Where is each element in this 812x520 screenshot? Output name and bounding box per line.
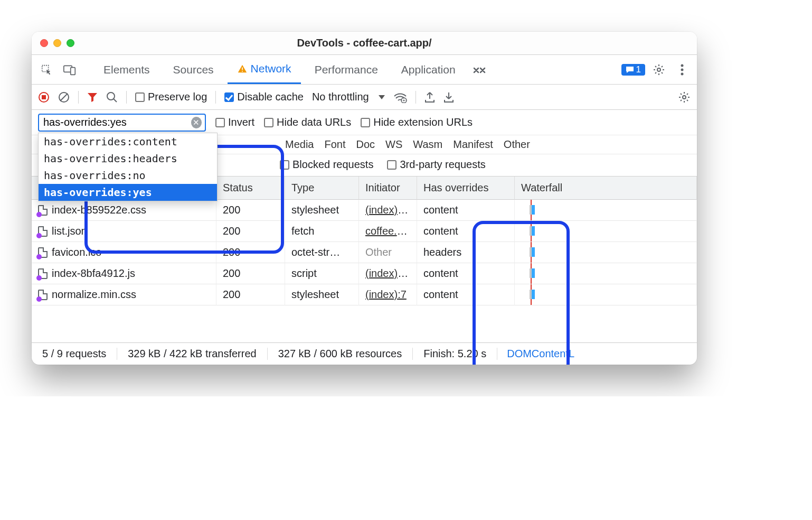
autocomplete-option[interactable]: has-overrides:content — [39, 133, 217, 150]
initiator-cell: (index):20 — [359, 200, 417, 221]
initiator-link[interactable]: (index):7 — [365, 289, 407, 300]
issues-badge[interactable]: 1 — [621, 64, 645, 76]
col-initiator[interactable]: Initiator — [359, 177, 417, 200]
autocomplete-option[interactable]: has-overrides:no — [39, 167, 217, 184]
network-conditions-icon[interactable] — [393, 91, 407, 103]
type-cell: stylesheet — [285, 284, 359, 305]
settings-icon[interactable] — [649, 60, 668, 79]
third-party-label: 3rd-party requests — [400, 159, 485, 171]
type-filter[interactable]: Wasm — [413, 138, 442, 151]
chevron-down-icon — [379, 95, 385, 99]
waterfall-cell — [515, 200, 697, 221]
tab-network[interactable]: Network — [228, 55, 301, 84]
preserve-log-label: Preserve log — [148, 91, 207, 103]
warning-icon — [237, 64, 248, 73]
initiator-cell: (index):7 — [359, 284, 417, 305]
throttling-select[interactable]: No throttling — [312, 91, 385, 103]
tab-sources[interactable]: Sources — [164, 55, 223, 84]
type-filter[interactable]: Font — [324, 138, 345, 151]
initiator-link[interactable]: (index):20 — [365, 204, 412, 216]
svg-rect-10 — [42, 95, 46, 99]
minimize-window-button[interactable] — [53, 39, 61, 47]
more-tabs-icon[interactable] — [469, 60, 488, 79]
filter-input[interactable] — [43, 116, 191, 128]
has-overrides-cell: content — [417, 221, 515, 242]
disable-cache-checkbox[interactable]: Disable cache — [224, 91, 304, 103]
col-type[interactable]: Type — [285, 177, 359, 200]
filter-icon[interactable] — [87, 92, 98, 103]
status-cell: 200 — [216, 284, 285, 305]
network-settings-icon[interactable] — [678, 91, 691, 104]
issues-count: 1 — [636, 64, 641, 75]
file-override-icon — [38, 247, 48, 258]
status-cell: 200 — [216, 263, 285, 284]
svg-point-16 — [403, 99, 404, 101]
status-bar: 5 / 9 requests 329 kB / 422 kB transferr… — [32, 342, 697, 365]
initiator-link: Other — [365, 246, 392, 258]
network-toolbar: Preserve log Disable cache No throttling — [32, 85, 697, 110]
request-name-cell[interactable]: index-8bfa4912.js — [32, 263, 216, 284]
autocomplete-option[interactable]: has-overrides:headers — [39, 150, 217, 167]
request-name: index-b859522e.css — [52, 204, 146, 216]
filter-row: ✕ has-overrides:content has-overrides:he… — [32, 110, 697, 135]
status-domcontentloaded: DOMContentL — [497, 348, 574, 360]
request-name: list.json — [52, 225, 87, 237]
col-has-overrides[interactable]: Has overrides — [417, 177, 515, 200]
clear-button[interactable] — [58, 91, 70, 103]
chat-icon — [626, 66, 634, 73]
request-name-cell[interactable]: list.json — [32, 221, 216, 242]
svg-line-12 — [60, 94, 68, 101]
tab-performance[interactable]: Performance — [305, 55, 388, 84]
type-filter[interactable]: Doc — [356, 138, 375, 151]
svg-rect-3 — [242, 68, 243, 70]
request-name-cell[interactable]: index-b859522e.css — [32, 200, 216, 221]
kebab-menu-icon[interactable] — [673, 60, 692, 79]
invert-checkbox[interactable]: Invert — [215, 116, 254, 128]
initiator-cell: Other — [359, 242, 417, 263]
svg-rect-2 — [71, 67, 75, 75]
device-toolbar-icon[interactable] — [60, 60, 79, 79]
hide-data-urls-checkbox[interactable]: Hide data URLs — [264, 116, 351, 128]
blocked-label: Blocked requests — [292, 159, 373, 171]
type-filter[interactable]: Manifest — [453, 138, 493, 151]
fullscreen-window-button[interactable] — [67, 39, 74, 47]
svg-point-13 — [107, 92, 115, 100]
third-party-checkbox[interactable]: 3rd-party requests — [387, 159, 485, 171]
inspect-element-icon[interactable] — [37, 60, 56, 79]
close-window-button[interactable] — [40, 39, 48, 47]
request-name-cell[interactable]: normalize.min.css — [32, 284, 216, 305]
request-name: index-8bfa4912.js — [52, 267, 135, 280]
clear-filter-icon[interactable]: ✕ — [191, 117, 202, 128]
status-finish: Finish: 5.20 s — [413, 348, 497, 360]
request-name-cell[interactable]: favicon.ico — [32, 242, 216, 263]
status-requests: 5 / 9 requests — [32, 348, 117, 360]
download-har-icon[interactable] — [443, 91, 454, 103]
type-filter[interactable]: Other — [504, 138, 530, 151]
type-filter[interactable]: Media — [285, 138, 314, 151]
traffic-lights — [40, 39, 74, 47]
status-resources: 327 kB / 600 kB resources — [268, 348, 413, 360]
invert-label: Invert — [228, 116, 254, 128]
tab-application[interactable]: Application — [392, 55, 465, 84]
tab-label: Sources — [173, 63, 214, 76]
col-waterfall[interactable]: Waterfall — [515, 177, 697, 200]
blocked-requests-checkbox[interactable]: Blocked requests — [280, 159, 373, 171]
initiator-link[interactable]: (index):19 — [365, 267, 412, 279]
waterfall-cell — [515, 242, 697, 263]
tab-elements[interactable]: Elements — [94, 55, 159, 84]
preserve-log-checkbox[interactable]: Preserve log — [135, 91, 207, 103]
svg-point-5 — [657, 68, 660, 71]
autocomplete-option-selected[interactable]: has-overrides:yes — [39, 184, 217, 201]
upload-har-icon[interactable] — [424, 91, 435, 103]
search-icon[interactable] — [106, 91, 118, 103]
hide-extension-urls-checkbox[interactable]: Hide extension URLs — [361, 116, 473, 128]
col-status[interactable]: Status — [216, 177, 285, 200]
initiator-link[interactable]: coffee.a… — [365, 225, 413, 237]
tab-label: Network — [251, 62, 291, 75]
file-override-icon — [38, 205, 48, 216]
status-cell: 200 — [216, 242, 285, 263]
waterfall-cell — [515, 263, 697, 284]
type-filter[interactable]: WS — [385, 138, 402, 151]
devtools-window: DevTools - coffee-cart.app/ Elements Sou… — [32, 32, 697, 365]
record-button[interactable] — [38, 91, 50, 103]
